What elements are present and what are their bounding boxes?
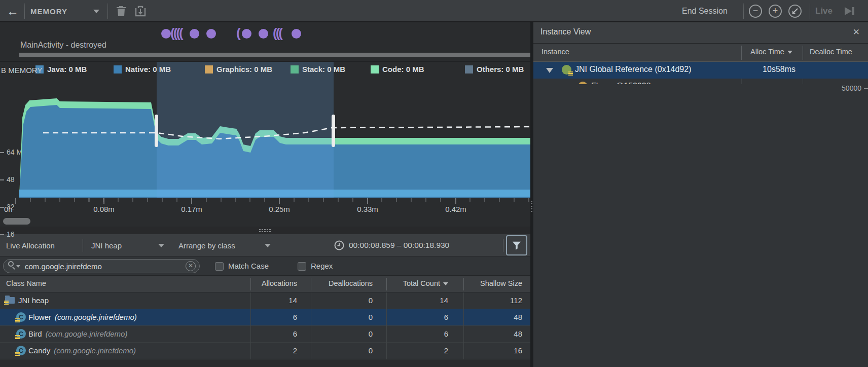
regex-checkbox[interactable]	[298, 262, 306, 271]
deallocations-value: 0	[311, 346, 373, 355]
activity-lifecycle-label: MainActivity - destroyed	[20, 41, 106, 50]
gc-event-dot	[190, 29, 199, 39]
shallow-size-value: 112	[463, 296, 522, 305]
class-name: Bird	[28, 329, 42, 338]
chevron-down-icon	[158, 244, 164, 247]
selection-handle	[155, 115, 158, 147]
y-axis-tick: 32	[0, 203, 15, 211]
gc-event-dot	[259, 29, 268, 39]
match-case-label: Match Case	[228, 262, 269, 270]
deallocations-value: 0	[311, 296, 373, 305]
search-input[interactable]	[3, 259, 200, 273]
clear-search-icon[interactable]: ✕	[186, 261, 196, 271]
collapse-arrow-icon[interactable]	[546, 68, 553, 73]
time-axis: 0h 0.08m 0.17m 0.25m 0.33m 0.42m	[0, 198, 530, 216]
total-count-value: 14	[386, 296, 448, 305]
allocations-value: 6	[250, 329, 297, 338]
total-count-value: 6	[386, 313, 448, 321]
heap-folder-icon	[5, 297, 15, 304]
end-session-button[interactable]: End Session	[682, 0, 728, 22]
separator	[743, 4, 744, 19]
filter-button[interactable]	[506, 235, 527, 255]
close-icon[interactable]: ✕	[853, 27, 860, 38]
gc-event-dot	[161, 29, 171, 39]
jni-ref-icon	[562, 65, 571, 75]
legend-item: Stack: 0 MB	[291, 65, 345, 74]
chart-legend: Java: 0 MB Native: 0 MB Graphics: 0 MB S…	[0, 65, 530, 75]
x-axis-label: 0.08m	[93, 205, 115, 213]
activity-lifecycle-bar	[19, 53, 530, 57]
allocation-toolbar: Live Allocation JNI heap Arrange by clas…	[0, 234, 530, 256]
total-count-value: 6	[386, 329, 448, 338]
horizontal-splitter[interactable]	[0, 227, 530, 234]
zoom-in-button[interactable]: +	[769, 5, 782, 18]
class-name: JNI heap	[18, 296, 49, 305]
gc-event-ripple-icon: ((((	[170, 25, 182, 41]
y-axis-tick: 16	[0, 230, 15, 238]
arrange-select[interactable]: Arrange by class	[178, 234, 271, 256]
x-axis-label: 0.42m	[445, 205, 466, 213]
allocations-value: 2	[250, 346, 297, 355]
legend-item: Graphics: 0 MB	[205, 65, 272, 74]
allocations-value: 14	[250, 296, 297, 305]
sort-descending-icon	[787, 51, 792, 54]
alloc-time: 10s58ms	[741, 65, 795, 74]
clock-icon	[334, 234, 345, 256]
package-name: (com.google.jnirefdemo)	[46, 329, 128, 338]
table-row-candy[interactable]: C Candy(com.google.jnirefdemo) 2 0 2 16	[0, 343, 530, 359]
column-header[interactable]: Dealloc Time	[810, 48, 852, 56]
class-table-header: Class Name Allocations Deallocations Tot…	[0, 276, 530, 292]
session-dropdown-icon[interactable]	[93, 0, 99, 22]
heap-select[interactable]: JNI heap	[91, 234, 164, 256]
instance-view-titlebar: Instance View ✕	[533, 22, 868, 44]
export-icon[interactable]	[134, 0, 147, 22]
session-selector[interactable]: MEMORY	[30, 0, 67, 22]
allocations-value: 6	[250, 313, 297, 321]
others-legend-chip	[465, 65, 473, 74]
table-row-jni-heap[interactable]: JNI heap 14 0 14 112	[0, 292, 530, 309]
skip-to-end-icon[interactable]	[843, 0, 856, 22]
trash-icon[interactable]	[116, 0, 127, 22]
panel-title: Instance View	[540, 27, 591, 36]
memory-chart-svg	[0, 62, 530, 198]
total-count-value: 2	[386, 346, 448, 355]
separator	[503, 239, 503, 252]
chevron-down-icon	[265, 244, 271, 247]
column-header[interactable]: Allocations	[250, 279, 297, 287]
native-legend-chip	[114, 65, 122, 74]
event-track[interactable]: (((((((( MainActivity - destroyed	[0, 22, 530, 62]
go-live-button[interactable]: Live	[815, 0, 833, 22]
legend-item: Native: 0 MB	[114, 65, 171, 74]
instance-row[interactable]: JNI Global Reference (0x14d92) 10s58ms	[533, 62, 868, 79]
horizontal-scrollbar-thumb[interactable]	[3, 218, 30, 225]
splitter-grip-icon	[259, 229, 272, 232]
column-header-sorted[interactable]: Alloc Time	[750, 48, 792, 56]
column-header[interactable]: Shallow Size	[463, 279, 522, 287]
gc-event-ripple-icon: (((	[273, 25, 281, 41]
separator	[107, 4, 108, 19]
x-axis-label: 0.25m	[269, 205, 290, 213]
column-header[interactable]: Class Name	[6, 279, 46, 287]
match-case-checkbox[interactable]	[215, 262, 224, 271]
y-axis-right-tick: 50000	[533, 84, 868, 367]
gc-event-dot	[292, 29, 301, 39]
zoom-out-button[interactable]: −	[749, 5, 762, 18]
memory-chart[interactable]: 64 MB 48 32 16 150000 100000 50000 Java:…	[0, 62, 530, 198]
column-header[interactable]: Deallocations	[311, 279, 373, 287]
gc-event-dot	[242, 29, 251, 39]
search-history-caret-icon[interactable]	[16, 265, 20, 268]
separator	[24, 4, 25, 19]
column-header[interactable]: Instance	[541, 48, 569, 56]
gc-event-dot	[206, 29, 216, 39]
column-header-sorted[interactable]: Total Count	[386, 279, 448, 287]
table-row-bird[interactable]: C Bird(com.google.jnirefdemo) 6 0 6 48	[0, 326, 530, 343]
x-axis-label: 0.33m	[357, 205, 378, 213]
top-toolbar: ← MEMORY End Session − + Live	[0, 0, 868, 22]
table-row-flower[interactable]: C Flower(com.google.jnirefdemo) 6 0 6 48	[0, 309, 530, 326]
shallow-size-value: 48	[463, 313, 522, 321]
minor-ticks	[15, 198, 530, 202]
splitter-grip-icon	[531, 201, 532, 212]
gc-event-ripple-icon: (	[236, 25, 239, 41]
reset-zoom-button[interactable]	[788, 5, 802, 18]
back-arrow-icon[interactable]: ←	[4, 0, 21, 22]
